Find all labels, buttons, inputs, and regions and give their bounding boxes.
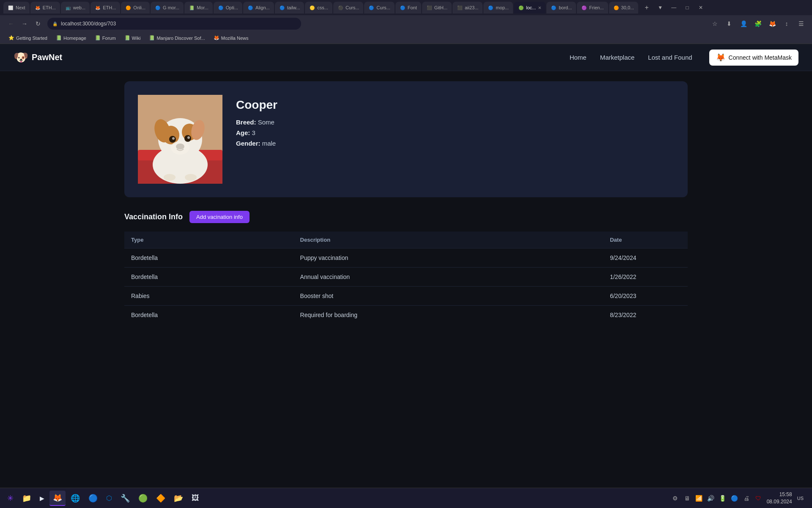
taskbar-git[interactable]: 🔧 xyxy=(117,491,133,506)
tab-align[interactable]: 🔵 Align... xyxy=(243,2,274,14)
bookmark-mozilla[interactable]: 🦊 Mozilla News xyxy=(210,34,252,41)
tab-online[interactable]: 🟠 Onli... xyxy=(121,2,150,14)
profile-icon[interactable]: 👤 xyxy=(738,18,749,30)
minimize-button[interactable]: — xyxy=(668,2,680,14)
cell-description: Annual vaccination xyxy=(294,268,604,287)
monitor-icon[interactable]: 🖥 xyxy=(682,493,692,503)
tab-web[interactable]: 📺 web... xyxy=(61,2,90,14)
forward-button[interactable]: → xyxy=(19,18,30,30)
tab-mop[interactable]: 🔵 mop... xyxy=(483,2,513,14)
tab-more[interactable]: 📗 Mor... xyxy=(184,2,213,14)
start-button[interactable]: ✳ xyxy=(3,491,17,505)
dog-name: Cooper xyxy=(236,98,277,112)
col-date: Date xyxy=(603,232,688,248)
svg-point-17 xyxy=(164,174,176,181)
main-content: Cooper Breed: Some Age: 3 Gender: male V… xyxy=(114,71,698,345)
taskbar: ✳ 📁 ▶ 🦊 🌐 🔵 ⬡ 🔧 🟢 🔶 📂 🖼 ⚙ 🖥 📶 🔊 🔋 🔵 🖨 🛡 … xyxy=(0,488,812,508)
nav-marketplace[interactable]: Marketplace xyxy=(600,54,635,61)
tab-font[interactable]: 🔵 Font xyxy=(395,2,421,14)
lock-icon: 🔒 xyxy=(52,22,58,26)
battery-icon[interactable]: 🔋 xyxy=(718,493,728,503)
taskbar-vscode[interactable]: ⬡ xyxy=(103,491,115,506)
address-text: localhost:3000/dogs/703 xyxy=(61,21,116,27)
printer-icon[interactable]: 🖨 xyxy=(741,493,752,503)
bookmark-icon-mozilla: 🦊 xyxy=(214,35,219,41)
svg-point-14 xyxy=(171,141,189,155)
nav-lost-and-found[interactable]: Lost and Found xyxy=(648,54,692,61)
table-row: BordetellaAnnual vaccination1/26/2022 xyxy=(124,268,688,287)
language-indicator[interactable]: US xyxy=(796,493,805,503)
tab-search-button[interactable]: ▼ xyxy=(654,2,666,14)
taskbar-firefox[interactable]: 🦊 xyxy=(49,491,66,506)
tab-friend[interactable]: 🟣 Frien... xyxy=(577,2,608,14)
tab-aii[interactable]: ⬛ aii23... xyxy=(453,2,483,14)
taskbar-app3[interactable]: 📂 xyxy=(170,491,187,506)
new-tab-button[interactable]: + xyxy=(641,2,653,14)
bluetooth-icon[interactable]: 🔵 xyxy=(730,493,740,503)
bookmark-icon-gs: ⭐ xyxy=(8,35,14,41)
cell-date: 6/20/2023 xyxy=(603,287,688,306)
tab-css[interactable]: 🟡 css... xyxy=(305,2,332,14)
browser-actions: ☆ ⬇ 👤 🧩 🦊 ↕ ☰ xyxy=(709,18,807,30)
navbar-brand[interactable]: 🐶 PawNet xyxy=(14,50,62,64)
sync-icon[interactable]: ↕ xyxy=(781,18,793,30)
firefox-icon[interactable]: 🦊 xyxy=(766,18,778,30)
tab-eth1[interactable]: 🦊 ETH... xyxy=(30,2,60,14)
taskbar-app4[interactable]: 🖼 xyxy=(188,491,203,506)
nav-home[interactable]: Home xyxy=(570,54,587,61)
taskbar-chrome[interactable]: 🌐 xyxy=(67,491,83,506)
tab-next[interactable]: ⬜ Next xyxy=(3,2,30,14)
menu-icon[interactable]: ☰ xyxy=(795,18,807,30)
vaccination-title: Vaccination Info xyxy=(124,213,183,221)
taskbar-app2[interactable]: 🔶 xyxy=(153,491,169,506)
connect-metamask-button[interactable]: 🦊 Connect with MetaMask xyxy=(709,50,798,66)
taskbar-browser2[interactable]: 🔵 xyxy=(85,491,101,506)
tab-localhost[interactable]: 🟢 loc... ✕ xyxy=(514,2,546,14)
bookmark-manjaro[interactable]: 📗 Manjaro Discover Sof... xyxy=(145,34,208,41)
table-row: BordetellaPuppy vaccination9/24/2024 xyxy=(124,248,688,268)
tab-cursor1[interactable]: ⚫ Curs... xyxy=(333,2,363,14)
extensions-icon[interactable]: 🧩 xyxy=(752,18,764,30)
network-icon[interactable]: 📶 xyxy=(694,493,704,503)
maximize-button[interactable]: □ xyxy=(681,2,693,14)
col-type: Type xyxy=(124,232,294,248)
svg-point-11 xyxy=(172,137,175,140)
bookmark-homepage[interactable]: 📗 Homepage xyxy=(52,34,90,41)
taskbar-filemanager[interactable]: 📁 xyxy=(19,491,35,506)
tab-border[interactable]: 🔵 bord... xyxy=(546,2,576,14)
tab-github[interactable]: ⬛ GitH... xyxy=(422,2,452,14)
antivirus-icon[interactable]: 🛡 xyxy=(753,493,763,503)
bookmark-icon[interactable]: ☆ xyxy=(709,18,721,30)
settings-icon[interactable]: ⚙ xyxy=(670,493,680,503)
download-icon[interactable]: ⬇ xyxy=(723,18,735,30)
table-header: Type Description Date xyxy=(124,232,688,248)
add-vaccination-button[interactable]: Add vacination info xyxy=(189,211,250,223)
dog-gender: Gender: male xyxy=(236,140,277,147)
taskbar-terminal[interactable]: ▶ xyxy=(36,491,48,506)
volume-icon[interactable]: 🔊 xyxy=(706,493,716,503)
bookmark-wiki[interactable]: 📗 Wiki xyxy=(121,34,144,41)
back-button[interactable]: ← xyxy=(5,18,17,30)
taskbar-app1[interactable]: 🟢 xyxy=(135,491,151,506)
tab-eth2[interactable]: 🦊 ETH... xyxy=(91,2,120,14)
bookmark-forum[interactable]: 📗 Forum xyxy=(91,34,119,41)
bookmark-icon-wiki: 📗 xyxy=(124,35,130,41)
tab-close-icon[interactable]: ✕ xyxy=(538,6,541,10)
bookmark-getting-started[interactable]: ⭐ Getting Started xyxy=(5,34,51,41)
reload-button[interactable]: ↻ xyxy=(32,18,44,30)
navbar: 🐶 PawNet Home Marketplace Lost and Found… xyxy=(0,44,812,71)
tab-favicon-eth1: 🦊 xyxy=(35,5,41,11)
clock-date: 08.09.2024 xyxy=(767,498,792,505)
address-bar[interactable]: 🔒 localhost:3000/dogs/703 xyxy=(47,18,301,30)
tab-cursor2[interactable]: 🔵 Curs... xyxy=(364,2,394,14)
tab-30k[interactable]: 🟠 30,0... xyxy=(609,2,639,14)
metamask-icon: 🦊 xyxy=(716,53,725,62)
tab-opti[interactable]: 🔵 Opti... xyxy=(214,2,242,14)
tab-tailw[interactable]: 🔵 tailw... xyxy=(275,2,304,14)
nav-buttons: ← → ↻ xyxy=(5,18,44,30)
dog-card: Cooper Breed: Some Age: 3 Gender: male xyxy=(124,81,688,197)
close-button[interactable]: ✕ xyxy=(695,2,707,14)
svg-point-12 xyxy=(187,136,190,139)
tab-gmore[interactable]: 🔵 G mor... xyxy=(151,2,184,14)
taskbar-system-icons: ⚙ 🖥 📶 🔊 🔋 🔵 🖨 🛡 xyxy=(670,493,763,503)
